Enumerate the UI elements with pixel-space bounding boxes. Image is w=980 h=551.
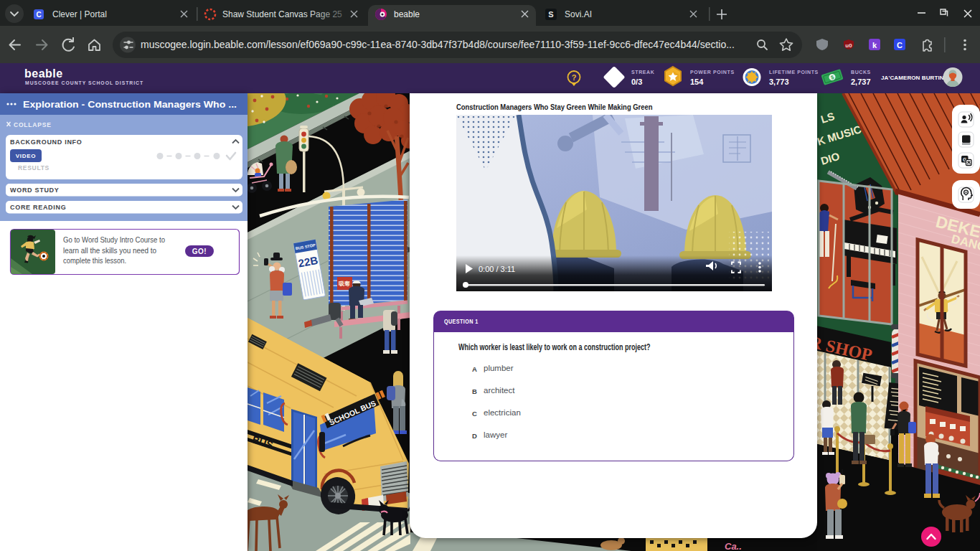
svg-text:Sovi.AI: Sovi.AI — [565, 9, 592, 19]
svg-text:beable: beable — [24, 67, 63, 80]
svg-text:C: C — [36, 11, 41, 19]
svg-text:POWER POINTS: POWER POINTS — [690, 70, 735, 75]
svg-text:2,737: 2,737 — [851, 77, 871, 86]
svg-text:LIFETIME POINTS: LIFETIME POINTS — [769, 70, 819, 75]
svg-text:0:00 / 3:11: 0:00 / 3:11 — [479, 265, 515, 273]
svg-text:3,773: 3,773 — [769, 77, 789, 86]
svg-text:Clever | Portal: Clever | Portal — [52, 9, 107, 19]
svg-text:complete this lesson.: complete this lesson. — [63, 256, 126, 265]
svg-text:Go to Word Study Intro Course: Go to Word Study Intro Course to — [63, 235, 165, 244]
svg-text:k: k — [872, 41, 877, 50]
svg-text:Ca..: Ca.. — [725, 541, 742, 551]
svg-text:COLLAPSE: COLLAPSE — [14, 121, 52, 128]
svg-text:beable: beable — [394, 9, 420, 19]
svg-text:?: ? — [572, 73, 577, 82]
svg-text:RESULTS: RESULTS — [18, 164, 50, 171]
svg-text:MUSCOGEE COUNTY SCHOOL DISTRIC: MUSCOGEE COUNTY SCHOOL DISTRICT — [25, 80, 143, 85]
svg-text:154: 154 — [690, 77, 704, 86]
svg-text:muscogee.login.beable.com/less: muscogee.login.beable.com/lesson/ef069a9… — [141, 39, 735, 50]
svg-text:u0: u0 — [845, 42, 852, 49]
svg-text:WORD STUDY: WORD STUDY — [10, 187, 60, 194]
svg-text:BUCKS: BUCKS — [851, 70, 871, 75]
svg-text:BACKGROUND INFO: BACKGROUND INFO — [10, 138, 83, 146]
svg-text:CORE READING: CORE READING — [10, 204, 66, 211]
svg-text:0/3: 0/3 — [631, 77, 642, 86]
svg-text:吸奪: 吸奪 — [339, 281, 351, 287]
svg-text:learn all the skills you need: learn all the skills you need to — [63, 246, 156, 255]
svg-text:S: S — [548, 10, 553, 19]
svg-text:Exploration - Construction Man: Exploration - Construction Managers Who … — [23, 99, 237, 110]
svg-text:GO!: GO! — [192, 248, 207, 255]
svg-text:STREAK: STREAK — [631, 70, 654, 75]
svg-text:JA'CAMERON BURTIN: JA'CAMERON BURTIN — [881, 75, 944, 81]
svg-text:C: C — [897, 41, 903, 50]
svg-text:VIDEO: VIDEO — [16, 153, 36, 159]
